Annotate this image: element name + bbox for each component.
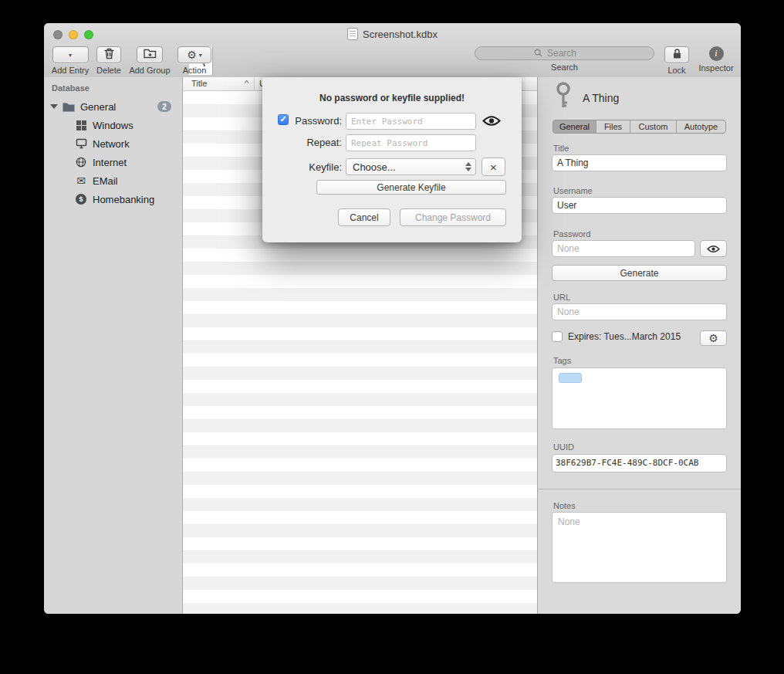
action-button[interactable]: ⚙ ▾ [177, 46, 211, 63]
eye-icon [707, 245, 720, 253]
column-header-title[interactable]: Title [191, 79, 207, 88]
sidebar-group-label: General [80, 101, 116, 113]
keyfile-popup-value: Choose... [353, 161, 396, 173]
tags-box[interactable] [552, 367, 727, 429]
change-password-dialog: No password or keyfile supplied! Passwor… [262, 77, 522, 242]
add-entry-label: Add Entry [52, 66, 89, 75]
window-title-area: Screenshot.kdbx [44, 23, 741, 45]
reveal-password-button[interactable] [700, 240, 727, 257]
change-password-button[interactable]: Change Password [400, 208, 506, 226]
sidebar: Database General 2 Windows Network [44, 77, 183, 614]
search-input[interactable] [546, 47, 595, 59]
entry-count-badge: 2 [157, 101, 171, 112]
toolbar-search: Search [475, 46, 654, 72]
sidebar-item-network[interactable]: Network [44, 134, 182, 153]
dialog-message: No password or keyfile supplied! [262, 93, 522, 103]
disclosure-triangle-icon[interactable] [50, 104, 58, 109]
column-divider[interactable] [254, 77, 255, 90]
titlebar: Screenshot.kdbx [44, 23, 741, 45]
tab-autotype[interactable]: Autotype [677, 120, 725, 133]
add-entry-dropdown-arrow[interactable]: ▾ [65, 47, 76, 63]
uuid-field[interactable]: 38F629B7-FC4E-489C-8DCF-0CAB [552, 454, 727, 472]
delete-button[interactable] [96, 46, 121, 63]
sidebar-item-label: EMail [93, 175, 118, 187]
action-label: Action [183, 66, 207, 75]
gear-icon: ⚙ [187, 49, 197, 60]
username-field[interactable] [552, 197, 727, 214]
expires-checkbox[interactable] [552, 331, 563, 342]
add-entry-button[interactable]: ▾ [52, 46, 89, 63]
search-field[interactable] [475, 46, 654, 60]
change-password-label: Change Password [415, 212, 491, 223]
globe-icon [75, 156, 87, 168]
tab-general[interactable]: General [553, 120, 596, 133]
add-group-label: Add Group [129, 66, 170, 75]
folder-plus-icon [144, 48, 157, 62]
dialog-password-input[interactable] [346, 113, 476, 130]
generate-password-button[interactable]: Generate [552, 265, 727, 281]
toolbar-inspector: i Inspector [694, 46, 738, 73]
inspector-label: Inspector [698, 63, 733, 73]
tab-files[interactable]: Files [596, 120, 630, 133]
inspector-divider [538, 489, 741, 489]
entry-title: A Thing [583, 92, 619, 104]
clear-keyfile-button[interactable]: × [482, 157, 505, 176]
generate-keyfile-label: Generate Keyfile [377, 182, 445, 193]
title-field[interactable] [552, 154, 727, 171]
toolbar-add-group: Add Group [127, 46, 172, 75]
username-label: Username [553, 186, 593, 195]
lock-icon [672, 48, 682, 63]
dialog-password-label: Password: [286, 115, 342, 127]
cancel-button-label: Cancel [350, 212, 378, 223]
dialog-repeat-input[interactable] [346, 134, 476, 151]
notes-label: Notes [553, 501, 576, 510]
url-field[interactable] [552, 303, 727, 320]
sidebar-group-general[interactable]: General 2 [44, 97, 182, 116]
toolbar-add-entry: ▾ Add Entry [50, 46, 90, 75]
sort-indicator-icon: ^ [245, 79, 248, 88]
cancel-button[interactable]: Cancel [338, 208, 390, 226]
notes-field[interactable]: None [552, 512, 727, 583]
generate-button-label: Generate [620, 268, 658, 279]
sidebar-item-windows[interactable]: Windows [44, 116, 182, 134]
tag-chip[interactable] [559, 373, 582, 383]
tab-custom[interactable]: Custom [630, 120, 677, 133]
lock-label: Lock [667, 66, 685, 75]
title-label: Title [553, 144, 569, 153]
window-title: Screenshot.kdbx [363, 29, 438, 40]
email-icon: ✉ [75, 174, 87, 187]
toolbar: ▾ Add Entry Delete Add Group [44, 45, 741, 77]
generate-keyfile-button[interactable]: Generate Keyfile [316, 180, 506, 195]
password-field[interactable] [552, 240, 695, 257]
uuid-label: UUID [553, 442, 574, 452]
keyfile-popup[interactable]: Choose... [346, 158, 476, 175]
expires-settings-button[interactable]: ⚙ [700, 330, 727, 346]
dialog-keyfile-label: Keyfile: [286, 161, 342, 173]
sidebar-item-label: Windows [93, 120, 133, 131]
sidebar-item-internet[interactable]: Internet [44, 153, 182, 171]
sidebar-item-label: Internet [93, 157, 127, 168]
windows-icon [75, 119, 87, 131]
search-label: Search [551, 63, 578, 72]
inspector-info-icon[interactable]: i [709, 46, 724, 61]
network-icon [75, 137, 87, 150]
sidebar-header: Database [52, 83, 90, 93]
add-group-button[interactable] [137, 46, 163, 63]
homebanking-icon: $ [75, 193, 87, 205]
lock-button[interactable] [664, 46, 689, 63]
trash-icon [103, 47, 115, 63]
password-label: Password [553, 229, 590, 239]
dialog-reveal-password-button[interactable] [482, 115, 501, 127]
expires-row: Expires: Tues...March 2015 [552, 331, 681, 342]
toolbar-delete: Delete [95, 46, 123, 75]
sidebar-item-homebanking[interactable]: $ Homebanking [44, 190, 182, 208]
search-icon [534, 46, 542, 60]
sidebar-item-email[interactable]: ✉ EMail [44, 171, 182, 190]
gear-icon: ⚙ [708, 333, 718, 344]
sidebar-item-label: Homebanking [93, 194, 154, 205]
close-x-icon: × [490, 161, 497, 174]
action-dropdown-arrow: ▾ [199, 52, 202, 59]
tags-label: Tags [553, 356, 571, 365]
inspector-panel: A Thing General Files Custom Autotype Ti… [537, 77, 741, 614]
sidebar-item-label: Network [93, 138, 130, 150]
